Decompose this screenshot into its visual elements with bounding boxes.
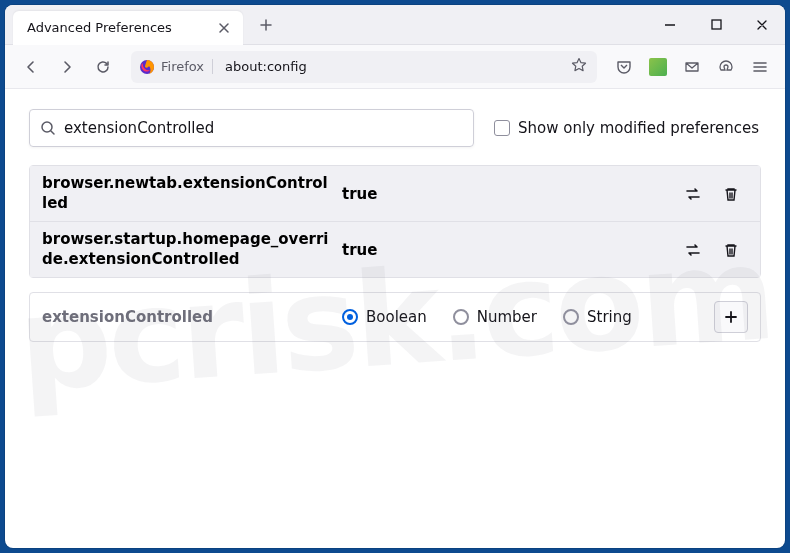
search-row: Show only modified preferences xyxy=(29,109,761,147)
reload-button[interactable] xyxy=(87,51,119,83)
url-bar[interactable]: Firefox about:config xyxy=(131,51,597,83)
url-origin-label: Firefox xyxy=(161,59,213,74)
pref-row[interactable]: browser.newtab.extensionControlled true xyxy=(30,166,760,222)
search-input[interactable] xyxy=(64,119,463,137)
toggle-button[interactable] xyxy=(676,178,710,210)
search-box[interactable] xyxy=(29,109,474,147)
radio-dot-icon xyxy=(563,309,579,325)
radio-dot-icon xyxy=(342,309,358,325)
add-pref-button[interactable] xyxy=(714,301,748,333)
checkbox-icon xyxy=(494,120,510,136)
pref-row[interactable]: browser.startup.homepage_override.extens… xyxy=(30,222,760,277)
type-radio-group: Boolean Number String xyxy=(342,308,714,326)
radio-string[interactable]: String xyxy=(563,308,632,326)
tab-title: Advanced Preferences xyxy=(27,20,172,35)
pref-value: true xyxy=(342,185,676,203)
app-menu-button[interactable] xyxy=(745,52,775,82)
new-pref-name: extensionControlled xyxy=(42,308,342,326)
preference-list: browser.newtab.extensionControlled true … xyxy=(29,165,761,278)
pref-name: browser.startup.homepage_override.extens… xyxy=(42,230,342,269)
nav-toolbar: Firefox about:config xyxy=(5,45,785,89)
new-pref-row: extensionControlled Boolean Number Strin… xyxy=(29,292,761,342)
url-path: about:config xyxy=(219,59,563,74)
account-icon[interactable] xyxy=(711,52,741,82)
firefox-logo-icon xyxy=(139,59,155,75)
close-tab-button[interactable] xyxy=(215,19,233,37)
show-modified-label: Show only modified preferences xyxy=(518,119,759,137)
titlebar: Advanced Preferences xyxy=(5,5,785,45)
svg-rect-0 xyxy=(712,20,721,29)
radio-dot-icon xyxy=(453,309,469,325)
pocket-icon[interactable] xyxy=(609,52,639,82)
mail-icon[interactable] xyxy=(677,52,707,82)
minimize-button[interactable] xyxy=(647,5,693,45)
show-modified-toggle[interactable]: Show only modified preferences xyxy=(494,119,759,137)
toggle-button[interactable] xyxy=(676,234,710,266)
browser-window: Advanced Preferences Firefox about:confi… xyxy=(5,5,785,548)
close-window-button[interactable] xyxy=(739,5,785,45)
radio-number[interactable]: Number xyxy=(453,308,537,326)
pref-value: true xyxy=(342,241,676,259)
pref-name: browser.newtab.extensionControlled xyxy=(42,174,342,213)
back-button[interactable] xyxy=(15,51,47,83)
bookmark-star-icon[interactable] xyxy=(569,55,589,79)
tab-advanced-preferences[interactable]: Advanced Preferences xyxy=(13,11,243,45)
delete-button[interactable] xyxy=(714,178,748,210)
delete-button[interactable] xyxy=(714,234,748,266)
new-tab-button[interactable] xyxy=(251,10,281,40)
radio-boolean[interactable]: Boolean xyxy=(342,308,427,326)
window-controls xyxy=(647,5,785,45)
extension-icon[interactable] xyxy=(643,52,673,82)
page-content: pcrisk.com Show only modified preference… xyxy=(5,89,785,548)
search-icon xyxy=(40,120,56,136)
maximize-button[interactable] xyxy=(693,5,739,45)
forward-button[interactable] xyxy=(51,51,83,83)
